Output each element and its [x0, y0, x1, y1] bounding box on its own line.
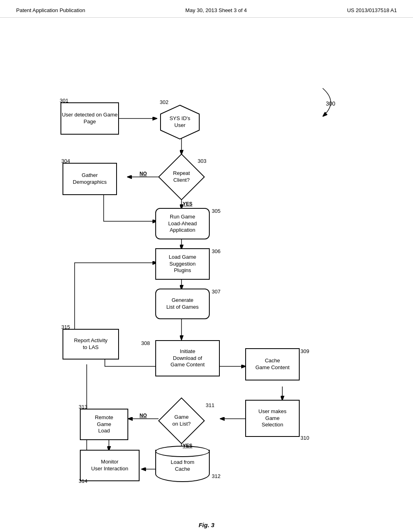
ref-315: 315 [61, 324, 70, 330]
arrow-no-2: NO [140, 413, 147, 418]
arrow-yes-1: YES [183, 201, 192, 207]
ref-313: 313 [79, 404, 88, 410]
node-302: SYS ID's User [160, 104, 200, 140]
header-right: US 2013/0137518 A1 [347, 7, 397, 13]
ref-304: 304 [61, 158, 70, 164]
arrow-yes-2: YES [183, 443, 192, 449]
ref-307: 307 [212, 289, 221, 295]
node-310: User makes Game Selection [245, 400, 300, 437]
header-middle: May 30, 2013 Sheet 3 of 4 [186, 7, 247, 13]
ref-314: 314 [79, 478, 88, 484]
ref-310: 310 [300, 435, 309, 441]
ref-301: 301 [60, 98, 69, 104]
ref-308: 308 [141, 340, 150, 346]
node-314: Monitor User Interaction [80, 450, 140, 481]
node-308: Initiate Download of Game Content [155, 340, 220, 376]
header: Patent Application Publication May 30, 2… [0, 0, 413, 18]
node-304: Gather Demographics [63, 163, 117, 195]
ref-306: 306 [212, 248, 221, 254]
node-315: Report Activity to LAS [63, 329, 119, 360]
node-307: Generate List of Games [155, 289, 210, 319]
node-312: Load from Cache [155, 450, 210, 482]
node-305: Run Game Load-Ahead Application [155, 208, 210, 239]
ref-305: 305 [212, 208, 221, 214]
header-left: Patent Application Publication [16, 7, 85, 13]
ref-312: 312 [212, 473, 221, 479]
node-311: Game on List? [157, 397, 206, 445]
ref-303: 303 [198, 158, 206, 164]
arrow-no-1: NO [140, 171, 147, 177]
node-306: Load Game Suggestion Plugins [155, 248, 210, 280]
diagram-area: User detected on Game Page 301 SYS ID's … [0, 22, 413, 517]
ref-300: 300 [326, 100, 335, 107]
node-313: Remote Game Load [80, 409, 128, 440]
ref-309: 309 [300, 348, 309, 354]
node-301: User detected on Game Page [60, 102, 119, 135]
node-309: Cache Game Content [245, 348, 300, 380]
figure-caption: Fig. 3 [0, 522, 413, 528]
ref-311: 311 [206, 402, 215, 408]
ref-302: 302 [160, 99, 169, 105]
